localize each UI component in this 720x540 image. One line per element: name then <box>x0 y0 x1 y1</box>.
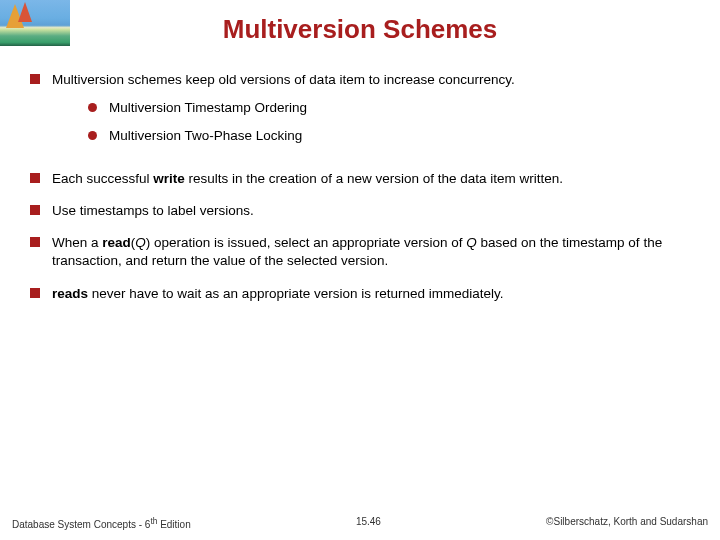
bullet-text: Multiversion schemes keep old versions o… <box>52 72 515 87</box>
footer-slide-number: 15.46 <box>356 516 381 530</box>
square-bullet-icon <box>30 173 40 183</box>
bullet-level1: Use timestamps to label versions. <box>30 202 680 220</box>
bullet-text: When a read(Q) operation is issued, sele… <box>52 234 680 270</box>
bullet-text: Use timestamps to label versions. <box>52 202 680 220</box>
bullet-level2: Multiversion Two-Phase Locking <box>88 127 680 145</box>
circle-bullet-icon <box>88 103 97 112</box>
bullet-text: reads never have to wait as an appropria… <box>52 285 680 303</box>
sailboat-logo <box>0 0 70 46</box>
bullet-text: Each successful write results in the cre… <box>52 170 680 188</box>
bullet-text: Multiversion Timestamp Ordering <box>109 99 680 117</box>
bullet-level1: Each successful write results in the cre… <box>30 170 680 188</box>
footer-left: Database System Concepts - 6th Edition <box>12 516 191 530</box>
square-bullet-icon <box>30 237 40 247</box>
circle-bullet-icon <box>88 131 97 140</box>
bullet-level1: Multiversion schemes keep old versions o… <box>30 71 680 156</box>
bullet-level1: reads never have to wait as an appropria… <box>30 285 680 303</box>
slide-footer: Database System Concepts - 6th Edition 1… <box>0 516 720 530</box>
square-bullet-icon <box>30 205 40 215</box>
square-bullet-icon <box>30 288 40 298</box>
bullet-level2: Multiversion Timestamp Ordering <box>88 99 680 117</box>
square-bullet-icon <box>30 74 40 84</box>
bullet-level1: When a read(Q) operation is issued, sele… <box>30 234 680 270</box>
slide-title: Multiversion Schemes <box>0 0 720 53</box>
slide-body: Multiversion schemes keep old versions o… <box>0 53 720 303</box>
sail-icon <box>18 2 32 22</box>
bullet-text: Multiversion Two-Phase Locking <box>109 127 680 145</box>
footer-copyright: ©Silberschatz, Korth and Sudarshan <box>546 516 708 530</box>
